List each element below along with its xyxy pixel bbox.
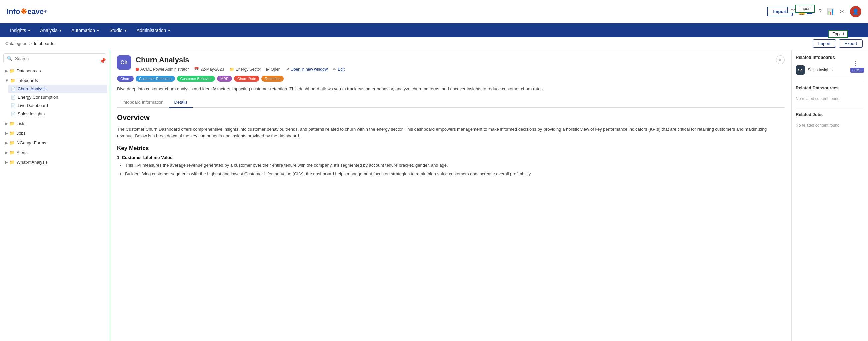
meta-open-window[interactable]: ↗ Open in new window xyxy=(286,67,328,72)
tree-ngauge-label[interactable]: ▶ 📁 NGauge Forms xyxy=(2,139,107,147)
tree-alerts-label[interactable]: ▶ 📁 Alerts xyxy=(2,148,107,157)
administration-chevron-icon: ▼ xyxy=(167,29,170,32)
status-text: Open xyxy=(271,67,280,72)
breadcrumb-catalogues[interactable]: Catalogues xyxy=(5,41,27,46)
datasources-text: Datasources xyxy=(17,68,41,73)
author-text: ACME Power Administrator xyxy=(140,67,189,72)
open-window-text: Open in new window xyxy=(291,67,328,72)
tree-whatif-label[interactable]: ▶ 📁 What-If Analysis xyxy=(2,158,107,167)
energy-label: Energy Consumption xyxy=(18,95,58,100)
right-divider-2 xyxy=(796,108,864,108)
tab-details[interactable]: Details xyxy=(169,97,193,108)
edit-text: Edit xyxy=(338,67,344,72)
search-icon: 🔍 xyxy=(7,56,12,61)
key-metrics-title: Key Metrics xyxy=(117,145,779,152)
tree-datasources-label[interactable]: ▶ 📁 Datasources xyxy=(2,66,107,75)
file-icon: 📄 xyxy=(11,95,16,100)
right-divider-1 xyxy=(796,81,864,81)
details-section: Overview The Customer Churn Dashboard of… xyxy=(117,113,782,177)
tree-group-lists: ▶ 📁 Lists xyxy=(2,119,107,128)
folder-icon: ▶ 📁 xyxy=(5,160,15,165)
insights-chevron-icon: ▼ xyxy=(27,29,31,32)
tab-infoboard-information[interactable]: Infoboard Information xyxy=(117,97,169,108)
related-infoboards-title: Related Infoboards xyxy=(796,55,864,60)
tree-item-live-dashboard[interactable]: 📄 Live Dashboard xyxy=(8,101,107,110)
breadcrumb-bar: Catalogues > Infoboards Import Export xyxy=(0,37,868,50)
sidebar-search: 🔍 xyxy=(3,54,106,63)
mail-button[interactable]: ✉ xyxy=(840,8,845,16)
tree-infoboards-children: 📄 Churn Analysis 📄 Energy Consumption 📄 … xyxy=(2,85,107,118)
related-jobs-title: Related Jobs xyxy=(796,112,864,117)
logo-trademark: ® xyxy=(44,10,47,13)
search-input[interactable] xyxy=(15,56,102,61)
tree-jobs-label[interactable]: ▶ 📁 Jobs xyxy=(2,129,107,137)
folder-open-icon: ▼ 📁 xyxy=(5,78,16,83)
app-logo: Info❋eave® xyxy=(7,7,47,16)
metric1-bullets: This KPI measures the average revenue ge… xyxy=(117,162,779,177)
nav-studio[interactable]: Studio ▼ xyxy=(104,23,132,37)
bullet-item: This KPI measures the average revenue ge… xyxy=(125,162,779,169)
tree-group-jobs: ▶ 📁 Jobs xyxy=(2,129,107,137)
tree-infoboards-label[interactable]: ▼ 📁 Infoboards xyxy=(2,76,107,85)
main-content: Ch Churn Analysis ACME Power Administrat… xyxy=(110,50,791,341)
overview-title: Overview xyxy=(117,113,779,122)
breadcrumb-actions: Import Export xyxy=(813,39,863,48)
nav-analysis[interactable]: Analysis ▼ xyxy=(35,23,67,37)
logo-leaf: ❋ xyxy=(21,7,27,16)
infoboard-description: Dive deep into customer churn analysis a… xyxy=(117,86,784,92)
sidebar-tree: ▶ 📁 Datasources ▼ 📁 Infoboards 📄 Churn A… xyxy=(0,66,110,167)
nav-administration[interactable]: Administration ▼ xyxy=(132,23,176,37)
related-item-name: Sales Insights xyxy=(808,67,848,72)
content-panel: Ch Churn Analysis ACME Power Administrat… xyxy=(110,50,791,341)
details-content: Overview The Customer Churn Dashboard of… xyxy=(117,113,784,179)
tag-churn-rate[interactable]: Churn Rate xyxy=(234,76,259,82)
tree-item-sales-insights[interactable]: 📄 Sales Insights xyxy=(8,110,107,118)
dashboard-icon-button[interactable]: 📊 xyxy=(827,8,834,16)
folder-icon: ▶ 📁 xyxy=(5,68,15,73)
nav-automation[interactable]: Automation ▼ xyxy=(67,23,104,37)
sector-text: Energy Sector xyxy=(236,67,261,72)
author-dot-icon xyxy=(135,67,139,71)
right-panel-header: Related Infoboards ⋮ xyxy=(796,55,864,60)
churn-analysis-label: Churn Analysis xyxy=(18,86,47,91)
ngauge-text: NGauge Forms xyxy=(17,140,46,145)
studio-chevron-icon: ▼ xyxy=(124,29,127,32)
menu-icon[interactable]: ⋮ xyxy=(852,59,859,67)
tabs-row: Infoboard Information Details xyxy=(117,97,784,108)
tag-customer-behavior[interactable]: Customer Behavior xyxy=(177,76,215,82)
close-button[interactable]: ✕ xyxy=(776,56,784,64)
import-callout: Import xyxy=(795,5,814,13)
tree-item-churn-analysis[interactable]: 📄 Churn Analysis xyxy=(8,85,107,93)
automation-chevron-icon: ▼ xyxy=(96,29,100,32)
tag-retention[interactable]: Retention xyxy=(261,76,284,82)
meta-status: ▶ Open xyxy=(267,67,280,72)
export-callout: Export xyxy=(828,30,848,38)
folder-icon: ▶ 📁 xyxy=(5,121,15,126)
export-button-breadcrumb[interactable]: Export xyxy=(839,39,863,48)
tree-group-infoboards: ▼ 📁 Infoboards 📄 Churn Analysis 📄 Energy… xyxy=(2,76,107,118)
import-button-breadcrumb[interactable]: Import xyxy=(813,39,836,48)
related-item-tag: Cust... xyxy=(850,67,864,73)
file-icon: 📄 xyxy=(11,112,16,116)
tree-group-alerts: ▶ 📁 Alerts xyxy=(2,148,107,157)
tag-mrr[interactable]: MRR xyxy=(217,76,232,82)
meta-edit[interactable]: ✏ Edit xyxy=(333,67,344,72)
tag-churn[interactable]: Churn xyxy=(117,76,133,82)
tag-customer-retention[interactable]: Customer Retention xyxy=(135,76,175,82)
tree-lists-label[interactable]: ▶ 📁 Lists xyxy=(2,119,107,128)
analysis-chevron-icon: ▼ xyxy=(59,29,62,32)
meta-date: 📅 22-May-2023 xyxy=(194,67,224,72)
lists-text: Lists xyxy=(17,121,26,126)
user-avatar-button[interactable]: 👤 xyxy=(850,6,861,18)
related-datasources-title: Related Datasources xyxy=(796,85,864,90)
calendar-icon: 📅 xyxy=(194,67,199,72)
logo-info: Info xyxy=(7,7,20,16)
help-button[interactable]: ? xyxy=(818,8,822,15)
bullet-item: By identifying customer segments with th… xyxy=(125,171,779,177)
nav-insights[interactable]: Insights ▼ xyxy=(5,23,35,37)
whatif-text: What-If Analysis xyxy=(17,160,48,165)
tree-group-whatif: ▶ 📁 What-If Analysis xyxy=(2,158,107,167)
tree-item-energy-consumption[interactable]: 📄 Energy Consumption xyxy=(8,93,107,101)
sidebar-pin-icon[interactable]: 📌 xyxy=(99,57,106,64)
tree-group-datasources: ▶ 📁 Datasources xyxy=(2,66,107,75)
